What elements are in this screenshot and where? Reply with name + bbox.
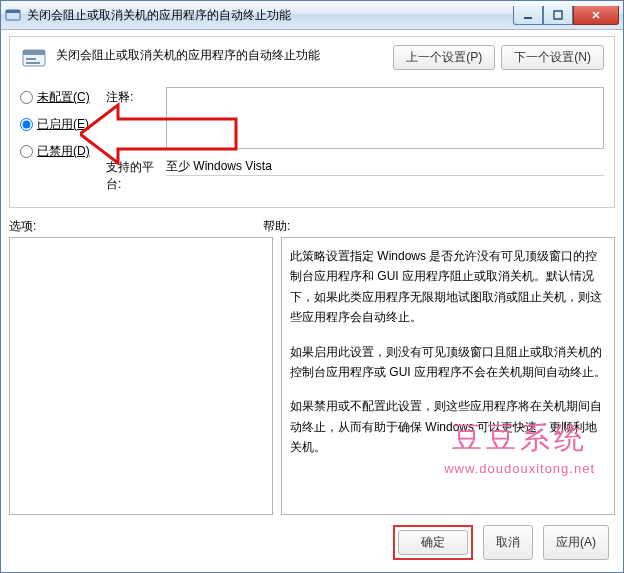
svg-rect-1 [6,10,20,13]
comment-input[interactable] [166,87,604,149]
radio-not-configured-input[interactable] [20,91,33,104]
radio-enabled-label: 已启用(E) [37,116,89,133]
state-radio-group: 未配置(C) 已启用(E) 已禁用(D) [20,87,106,201]
titlebar[interactable]: 关闭会阻止或取消关机的应用程序的自动终止功能 [1,1,623,30]
window-title: 关闭会阻止或取消关机的应用程序的自动终止功能 [27,7,513,24]
cancel-button[interactable]: 取消 [483,525,533,560]
close-button[interactable] [573,6,619,25]
radio-disabled-input[interactable] [20,145,33,158]
radio-disabled[interactable]: 已禁用(D) [20,143,106,160]
previous-setting-button[interactable]: 上一个设置(P) [393,45,495,70]
help-label: 帮助: [263,218,290,235]
client-area: 关闭会阻止或取消关机的应用程序的自动终止功能 上一个设置(P) 下一个设置(N)… [1,30,623,572]
app-icon [5,7,21,23]
settings-card: 关闭会阻止或取消关机的应用程序的自动终止功能 上一个设置(P) 下一个设置(N)… [9,36,615,208]
comment-label: 注释: [106,87,166,106]
help-paragraph: 如果禁用或不配置此设置，则这些应用程序将在关机期间自动终止，从而有助于确保 Wi… [290,396,606,457]
dialog-window: 关闭会阻止或取消关机的应用程序的自动终止功能 关闭会阻止或取消关机的应用程序的自… [0,0,624,573]
platform-value [166,157,604,176]
ok-button[interactable]: 确定 [398,530,468,555]
svg-rect-7 [26,62,40,64]
help-paragraph: 如果启用此设置，则没有可见顶级窗口且阻止或取消关机的控制台应用程序或 GUI 应… [290,342,606,383]
radio-enabled-input[interactable] [20,118,33,131]
help-pane[interactable]: 此策略设置指定 Windows 是否允许没有可见顶级窗口的控制台应用程序和 GU… [281,237,615,515]
dialog-footer: 确定 取消 应用(A) [9,515,615,564]
ok-highlight: 确定 [393,525,473,560]
svg-rect-3 [554,11,562,19]
next-setting-button[interactable]: 下一个设置(N) [501,45,604,70]
radio-not-configured[interactable]: 未配置(C) [20,89,106,106]
maximize-button[interactable] [543,6,573,25]
radio-disabled-label: 已禁用(D) [37,143,90,160]
svg-rect-2 [524,17,532,19]
policy-title: 关闭会阻止或取消关机的应用程序的自动终止功能 [56,45,385,64]
svg-rect-6 [26,58,36,60]
options-pane[interactable] [9,237,273,515]
radio-not-configured-label: 未配置(C) [37,89,90,106]
apply-button[interactable]: 应用(A) [543,525,609,560]
policy-icon [20,45,48,73]
svg-rect-5 [23,50,45,55]
help-paragraph: 此策略设置指定 Windows 是否允许没有可见顶级窗口的控制台应用程序和 GU… [290,246,606,328]
minimize-button[interactable] [513,6,543,25]
options-label: 选项: [9,218,263,235]
window-buttons [513,6,619,25]
radio-enabled[interactable]: 已启用(E) [20,116,106,133]
platform-label: 支持的平台: [106,157,166,193]
